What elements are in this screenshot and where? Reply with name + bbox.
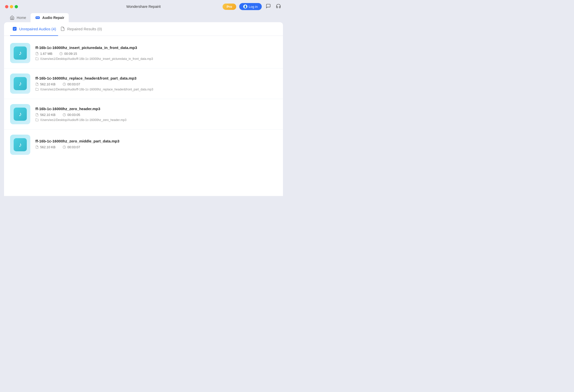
file-path: /Users/ws1/Desktop/Audio/ff-16b-1c-16000… [35, 88, 277, 91]
user-icon: 👤 [243, 5, 247, 9]
clock-icon [63, 113, 66, 116]
file-name: ff-16b-1c-16000hz_zero_header.mp3 [35, 107, 277, 111]
file-duration: 00:03:05 [63, 113, 80, 117]
traffic-lights [5, 5, 18, 8]
file-size: 562.10 KB [35, 145, 56, 149]
headset-icon-button[interactable] [275, 3, 282, 11]
home-tab[interactable]: Home [5, 13, 31, 22]
file-size-icon [35, 83, 39, 86]
app-title: Wondershare Repairit [126, 5, 161, 9]
file-thumbnail: ♪ [10, 74, 30, 94]
clock-icon [63, 83, 66, 86]
repaired-icon [60, 26, 65, 31]
file-meta: 1.67 MB 00:09:15 [35, 52, 277, 56]
clock-icon [63, 145, 66, 149]
file-thumbnail: ♪ [10, 104, 30, 124]
file-thumbnail: ♪ [10, 135, 30, 155]
file-name: ff-16b-1c-16000hz_replace_header&front_p… [35, 76, 277, 80]
file-path: /Users/ws1/Desktop/Audio/ff-16b-1c-16000… [35, 118, 277, 122]
file-list: ♪ ff-16b-1c-16000hz_insert_picturedata_i… [4, 36, 283, 196]
maximize-button[interactable] [15, 5, 18, 8]
clock-icon [59, 52, 63, 55]
file-thumb-inner: ♪ [14, 138, 27, 151]
titlebar-right: Pro 👤 Log in [223, 3, 282, 11]
music-note-icon: ♪ [19, 111, 22, 118]
file-item: ♪ ff-16b-1c-16000hz_zero_middle_part_dat… [4, 130, 283, 160]
file-info: ff-16b-1c-16000hz_zero_middle_part_data.… [35, 139, 277, 151]
music-note-icon: ♪ [19, 141, 22, 148]
close-button[interactable] [5, 5, 8, 8]
audio-repair-tab[interactable]: Audio Repair [31, 13, 69, 22]
file-info: ff-16b-1c-16000hz_insert_picturedata_in_… [35, 45, 277, 61]
file-size: 1.67 MB [35, 52, 52, 56]
file-size: 562.10 KB [35, 82, 56, 86]
file-thumbnail: ♪ [10, 43, 30, 63]
file-thumb-inner: ♪ [14, 108, 27, 121]
file-item: ♪ ff-16b-1c-16000hz_replace_header&front… [4, 68, 283, 99]
file-meta: 562.10 KB 00:03:07 [35, 82, 277, 86]
file-size-icon [35, 145, 39, 149]
file-info: ff-16b-1c-16000hz_zero_header.mp3 562.10… [35, 107, 277, 122]
file-info: ff-16b-1c-16000hz_replace_header&front_p… [35, 76, 277, 91]
music-note-icon: ♪ [19, 80, 22, 87]
file-item: ♪ ff-16b-1c-16000hz_insert_picturedata_i… [4, 38, 283, 68]
file-item: ♪ ff-16b-1c-16000hz_zero_header.mp3 562.… [4, 99, 283, 130]
chat-icon-button[interactable] [265, 3, 272, 11]
login-button[interactable]: 👤 Log in [239, 3, 262, 10]
unrepaired-icon [12, 26, 17, 31]
file-name: ff-16b-1c-16000hz_zero_middle_part_data.… [35, 139, 277, 143]
svg-point-1 [36, 17, 37, 18]
file-size-icon [35, 52, 39, 55]
unrepaired-tab[interactable]: Unrepaired Audios (4) [10, 22, 58, 36]
home-icon [10, 15, 15, 20]
file-meta: 562.10 KB 00:03:05 [35, 113, 277, 117]
repaired-tab[interactable]: Repaired Results (0) [58, 22, 104, 36]
file-size: 562.10 KB [35, 113, 56, 117]
music-note-icon: ♪ [19, 50, 22, 57]
file-duration: 00:09:15 [59, 52, 77, 56]
main-content: Unrepaired Audios (4) Repaired Results (… [4, 22, 283, 196]
file-thumb-inner: ♪ [14, 46, 27, 60]
file-duration: 00:03:07 [63, 82, 80, 86]
file-duration: 00:03:07 [63, 145, 80, 149]
nav-tabs: Home Audio Repair [0, 13, 287, 22]
file-meta: 562.10 KB 00:03:07 [35, 145, 277, 149]
file-thumb-inner: ♪ [14, 77, 27, 90]
file-path: /Users/ws1/Desktop/Audio/ff-16b-1c-16000… [35, 57, 277, 61]
folder-icon [35, 57, 39, 60]
folder-icon [35, 88, 39, 91]
folder-icon [35, 118, 39, 121]
file-name: ff-16b-1c-16000hz_insert_picturedata_in_… [35, 45, 277, 50]
file-size-icon [35, 113, 39, 116]
minimize-button[interactable] [10, 5, 13, 8]
sub-tabs: Unrepaired Audios (4) Repaired Results (… [4, 22, 283, 36]
titlebar: Wondershare Repairit Pro 👤 Log in [0, 0, 287, 13]
audio-repair-icon [35, 15, 40, 20]
svg-point-2 [38, 17, 39, 18]
titlebar-left [5, 5, 18, 8]
pro-badge-button[interactable]: Pro [223, 4, 236, 10]
svg-rect-4 [13, 27, 16, 31]
